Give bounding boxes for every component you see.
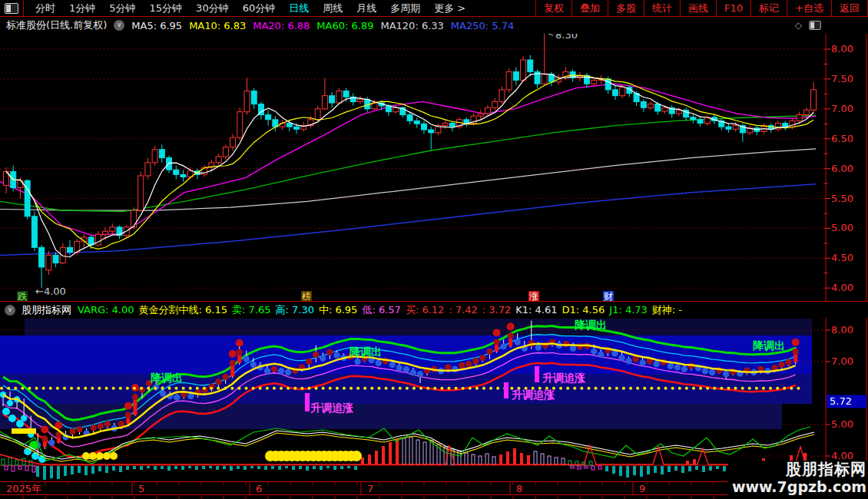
period-tab-30分钟[interactable]: 30分钟 (189, 0, 236, 16)
period-tab-60分钟[interactable]: 60分钟 (236, 0, 283, 16)
sentiment-tag-跌: 跌 (17, 291, 28, 302)
toolbar-right-buttons: 复权叠加多股统计画线F10标记+自选返回 (535, 0, 868, 16)
indicator-field: 买: 6.12 (406, 304, 444, 316)
site-watermark: 股朋指标网 www.7gpzb.com (728, 461, 868, 499)
svg-text:降调出: 降调出 (151, 372, 183, 384)
watermark-url: www.7gpzb.com (728, 478, 866, 495)
x-axis-label: 7 (367, 483, 373, 494)
toolbar-button-复权[interactable]: 复权 (535, 0, 571, 16)
indicator-field: 低: 6.57 (362, 304, 400, 316)
toolbar-button-标记[interactable]: 标记 (750, 0, 787, 16)
indicator-field: 卖: 7.65 (232, 304, 270, 316)
x-axis-label: 6 (256, 483, 262, 494)
chart-canvas[interactable]: 8.007.507.006.506.005.505.004.504.008.30… (0, 0, 868, 499)
svg-text:7.00: 7.00 (831, 103, 853, 114)
svg-text:升调追涨: 升调追涨 (511, 388, 555, 401)
indicator-field: : 3.72 (482, 304, 511, 316)
ma-value-label: MA10: 6.83 (189, 20, 246, 31)
svg-text:降调出: 降调出 (350, 345, 382, 358)
indicator-field: VARG: 4.00 (78, 304, 134, 316)
svg-text:6.50: 6.50 (831, 133, 853, 144)
period-tab-月线[interactable]: 月线 (350, 0, 383, 16)
period-tab-1分钟[interactable]: 1分钟 (62, 0, 102, 16)
indicator-field: : 7.42 (449, 304, 477, 316)
indicator-header-bar: ∨ 股朋指标网 VARG: 4.00黄金分割中线: 6.15卖: 7.65高: … (0, 301, 868, 318)
x-axis-label: 8 (516, 483, 522, 494)
svg-text:5.72: 5.72 (830, 395, 852, 407)
ma-value-label: MA20: 6.88 (253, 20, 310, 31)
period-tab-日线[interactable]: 日线 (282, 0, 316, 16)
indicator-collapse-icon[interactable]: ∨ (5, 305, 15, 316)
sentiment-tag-涨: 涨 (528, 291, 539, 302)
svg-text:8.00: 8.00 (831, 324, 853, 335)
indicator-fields: VARG: 4.00黄金分割中线: 6.15卖: 7.65高: 7.30中: 6… (78, 303, 687, 317)
indicator-field: 黄金分割中线: 6.15 (139, 304, 227, 316)
svg-text:降调出: 降调出 (753, 339, 785, 352)
ma-value-label: MA250: 5.74 (451, 20, 514, 31)
x-axis-label: 2025年 (6, 483, 41, 494)
period-toolbar: 分时1分钟5分钟15分钟30分钟60分钟日线周线月线多周期更多 > 复权叠加多股… (0, 0, 868, 17)
svg-text:6.00: 6.00 (831, 163, 853, 174)
svg-text:升调追涨: 升调追涨 (310, 402, 353, 414)
period-tab-多周期[interactable]: 多周期 (383, 0, 427, 16)
toolbar-button-多股[interactable]: 多股 (608, 0, 644, 16)
indicator-source-label: 股朋指标网 (22, 303, 71, 317)
period-tab-更多 >[interactable]: 更多 > (427, 0, 472, 16)
indicator-field: K1: 4.61 (515, 304, 557, 316)
svg-text:5.00: 5.00 (831, 418, 853, 430)
period-tab-分时[interactable]: 分时 (28, 0, 62, 16)
diamond-marker-icon[interactable]: ◇ (795, 20, 802, 31)
toolbar-button-叠加[interactable]: 叠加 (571, 0, 608, 16)
svg-text:5.50: 5.50 (831, 193, 853, 204)
toolbar-button-+自选[interactable]: +自选 (787, 0, 831, 16)
window-layout-icon (5, 3, 18, 14)
toolbar-button-返回[interactable]: 返回 (831, 0, 868, 16)
sentiment-tag-财: 财 (603, 291, 614, 302)
indicator-field: 财神: - (652, 304, 682, 316)
layout-toggle-button[interactable] (0, 0, 24, 16)
period-tab-15分钟[interactable]: 15分钟 (143, 0, 190, 16)
svg-text:7.00: 7.00 (831, 355, 853, 367)
ma-value-label: MA5: 6.95 (131, 20, 182, 31)
watermark-sitename: 股朋指标网 (728, 461, 866, 478)
svg-text:7.50: 7.50 (831, 73, 853, 84)
svg-text:4.00: 4.00 (831, 282, 853, 293)
sentiment-tag-榜: 榜 (301, 291, 312, 302)
toolbar-button-F10[interactable]: F10 (716, 0, 750, 16)
period-tab-5分钟[interactable]: 5分钟 (102, 0, 142, 16)
svg-text:升调追涨: 升调追涨 (542, 372, 585, 384)
indicator-field: D1: 4.56 (562, 304, 605, 316)
panel-toggle-icon[interactable] (809, 21, 820, 30)
indicator-field: 中: 6.95 (319, 304, 357, 316)
svg-text:←4.00: ←4.00 (35, 286, 66, 297)
svg-text:5.00: 5.00 (831, 222, 853, 233)
ma-value-label: MA60: 6.89 (316, 20, 373, 31)
toolbar-button-统计[interactable]: 统计 (644, 0, 680, 16)
svg-text:降调出: 降调出 (575, 319, 607, 331)
indicator-field: 高: 7.30 (275, 304, 313, 316)
chevron-down-icon[interactable]: ∨ (114, 20, 124, 31)
period-tabs: 分时1分钟5分钟15分钟30分钟60分钟日线周线月线多周期更多 > (24, 0, 472, 16)
toolbar-button-画线[interactable]: 画线 (680, 0, 716, 16)
svg-text:4.50: 4.50 (831, 252, 853, 263)
svg-text:8.00: 8.00 (831, 43, 853, 55)
ma-value-list: MA5: 6.95MA10: 6.83MA20: 6.88MA60: 6.89M… (131, 20, 521, 31)
indicator-field: J1: 4.73 (609, 304, 648, 316)
period-tab-周线[interactable]: 周线 (316, 0, 350, 16)
stock-info-bar: 标准股份(日线.前复权) ∨ MA5: 6.95MA10: 6.83MA20: … (0, 17, 868, 34)
trading-app-window: 8.007.507.006.506.005.505.004.504.008.30… (0, 0, 868, 499)
ma-value-label: MA120: 6.33 (380, 20, 443, 31)
stock-title: 标准股份(日线.前复权) (6, 18, 107, 32)
x-axis-label: 5 (138, 483, 144, 494)
x-axis-label: 9 (639, 483, 645, 494)
